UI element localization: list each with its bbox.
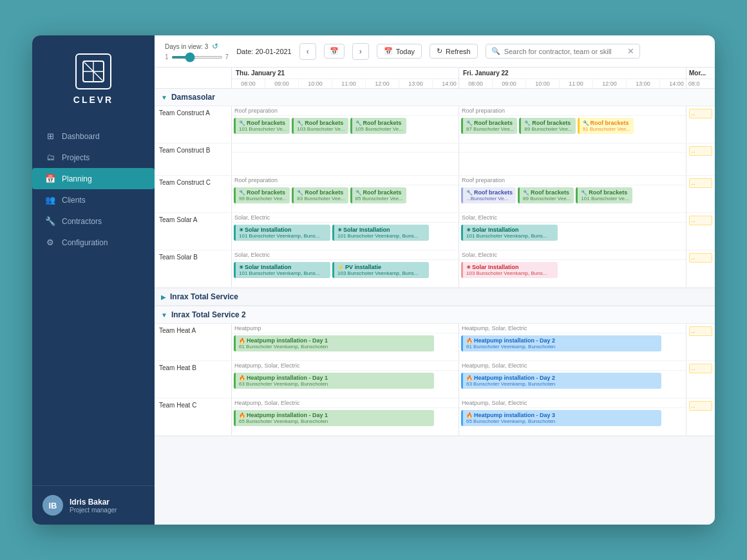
task-card[interactable]: 🔥Heatpump installation - Day 1 65 Bunsch…	[234, 410, 434, 426]
sidebar-item-dashboard[interactable]: ⊞ Dashboard	[32, 126, 155, 147]
hour-1100: 11:00	[332, 79, 366, 88]
heat-a-day2-tasks: 🔥Heatpump installation - Day 2 61 Bunsch…	[459, 333, 686, 353]
task-card[interactable]: 🔥Heatpump installation - Day 3 65 Bunsch…	[461, 410, 661, 426]
today-button[interactable]: 📅 Today	[377, 44, 422, 59]
task-card[interactable]: ☀Solar Installation 103 Bunschoter Veenk…	[461, 262, 558, 278]
avatar: IB	[43, 495, 63, 516]
logo-area: CLEVR	[32, 35, 155, 115]
slider-max: 7	[225, 53, 229, 61]
refresh-button[interactable]: ↻ Refresh	[430, 44, 478, 59]
heat-b-day1-tasks: 🔥Heatpump installation - Day 1 63 Bunsch…	[232, 371, 459, 391]
task-card[interactable]: 🔧Roof brackets ...Bunschoter Ve...	[461, 187, 516, 203]
search-icon: 🔍	[491, 47, 500, 55]
task-card[interactable]: ⚡PV installatie 103 Bunschoter Veenkamp,…	[332, 262, 429, 278]
task-card[interactable]: ☀Solar Installation 101 Bunschoter Veenk…	[461, 225, 558, 241]
toolbar: Days in view: 3 ↺ 1 7 Date: 20-01-2021 ‹…	[155, 35, 715, 68]
day1-hours: 08:00 09:00 10:00 11:00 12:00 13:00 14:0…	[232, 79, 459, 88]
search-clear-icon[interactable]: ✕	[627, 46, 634, 56]
slider-container: 1 7	[165, 53, 229, 61]
heat-c-day2: Heatpump, Solar, Electric 🔥Heatpump inst…	[459, 398, 686, 435]
days-label: Days in view: 3 ↺	[165, 42, 229, 51]
team-label-construct-b: Team Construct B	[155, 144, 232, 175]
project-inrax-collapsed: ▶ Inrax Total Service	[155, 288, 715, 306]
solar-a-day2: Solar, Electric ☀Solar Installation 101 …	[459, 213, 686, 250]
task-card[interactable]: ☀Solar Installation 101 Bunschoter Veenk…	[234, 225, 330, 241]
team-c-day2: Roof preparation 🔧Roof brackets ...Bunsc…	[459, 176, 686, 212]
task-card[interactable]: ☀Solar Installation 101 Bunschoter Veenk…	[332, 225, 429, 241]
prev-button[interactable]: ‹	[299, 43, 316, 60]
heat-b-day1: Heatpump, Solar, Electric 🔥Heatpump inst…	[232, 361, 459, 398]
task-card[interactable]: 🔧Roof brackets 89 Bunschoter Vee...	[519, 118, 575, 134]
calendar-button[interactable]: 📅	[324, 44, 345, 59]
team-row-construct-c: Team Construct C Roof preparation 🔧Roof …	[155, 176, 715, 213]
header-day1: Thu. January 21 08:00 09:00 10:00 11:00 …	[232, 68, 459, 88]
sidebar-item-planning[interactable]: 📅 Planning	[32, 168, 155, 189]
team-c-day1: Roof preparation 🔧Roof brackets 99 Bunsc…	[232, 176, 459, 212]
sidebar-item-configuration[interactable]: ⚙ Configuration	[32, 232, 155, 253]
solar-b-day2: Solar, Electric ☀Solar Installation 103 …	[459, 250, 686, 287]
project-damsasolar-header[interactable]: ▼ Damsasolar	[155, 89, 715, 106]
hour-1400: 14:00	[433, 79, 459, 88]
team-row-heat-a: Team Heat A Heatpump 🔥Heatpump installat…	[155, 324, 715, 361]
hour-1200: 12:00	[366, 79, 399, 88]
task-card[interactable]: 🔥Heatpump installation - Day 1 63 Bunsch…	[234, 373, 434, 389]
sidebar-item-projects[interactable]: 🗂 Projects	[32, 147, 155, 168]
task-card[interactable]: 🔧Roof brackets 105 Bunschoter Ve...	[350, 118, 406, 134]
task-card[interactable]: 🔧Roof brackets 99 Bunschoter Vee...	[234, 187, 290, 203]
solar-a-day1: Solar, Electric ☀Solar Installation 101 …	[232, 213, 459, 250]
task-card[interactable]: 🔧Roof brackets 101 Bunschoter Ve...	[576, 187, 632, 203]
days-control: Days in view: 3 ↺ 1 7	[165, 42, 229, 61]
heat-c-day1-tasks: 🔥Heatpump installation - Day 1 65 Bunsch…	[232, 408, 459, 428]
user-name: Idris Bakar	[70, 498, 117, 507]
heat-c-day2-tasks: 🔥Heatpump installation - Day 3 65 Bunsch…	[459, 408, 686, 428]
solar-b-more: ...	[686, 250, 715, 287]
sidebar-item-clients[interactable]: 👥 Clients	[32, 189, 155, 210]
projects-icon: 🗂	[45, 153, 55, 162]
solar-b-day1-tasks: ☀Solar Installation 101 Bunschoter Veenk…	[232, 260, 459, 280]
logo-box	[75, 53, 111, 89]
user-profile: IB Idris Bakar Project manager	[32, 485, 155, 525]
date-display: Date: 20-01-2021	[236, 48, 292, 55]
time-header: Thu. January 21 08:00 09:00 10:00 11:00 …	[155, 68, 715, 89]
clients-icon: 👥	[45, 195, 55, 205]
search-input[interactable]	[504, 48, 623, 55]
team-c-day1-tasks: 🔧Roof brackets 99 Bunschoter Vee... 🔧Roo…	[232, 185, 459, 205]
task-card[interactable]: 🔧Roof brackets 87 Bunschoter Vee...	[461, 118, 517, 134]
header-day2: Fri. January 22 08:00 09:00 10:00 11:00 …	[459, 68, 686, 88]
task-card[interactable]: 🔥Heatpump installation - Day 2 61 Bunsch…	[461, 335, 661, 351]
heat-c-more: ...	[686, 398, 715, 435]
days-slider[interactable]	[171, 56, 223, 59]
next-button[interactable]: ›	[352, 43, 369, 60]
task-card[interactable]: 🔧Roof brackets 103 Bunschoter Ve...	[292, 118, 348, 134]
task-card[interactable]: 🔥Heatpump installation - Day 2 63 Bunsch…	[461, 373, 661, 389]
task-card[interactable]: 🔥Heatpump installation - Day 1 61 Bunsch…	[234, 335, 434, 351]
sidebar-item-contractors[interactable]: 🔧 Contractors	[32, 210, 155, 232]
task-card[interactable]: 🔧Roof brackets 83 Bunschoter Vee...	[292, 187, 348, 203]
heat-a-day1-tasks: 🔥Heatpump installation - Day 1 61 Bunsch…	[232, 333, 459, 353]
team-label-heat-b: Team Heat B	[155, 361, 232, 398]
team-a-day2-tasks: 🔧Roof brackets 87 Bunschoter Vee... 🔧Roo…	[459, 116, 686, 136]
solar-b-day1: Solar, Electric ☀Solar Installation 101 …	[232, 250, 459, 287]
project-inrax-expanded-header[interactable]: ▼ Inrax Total Service 2	[155, 306, 715, 324]
heat-a-day2: Heatpump, Solar, Electric 🔥Heatpump inst…	[459, 324, 686, 360]
team-b-day1	[232, 144, 459, 175]
task-card[interactable]: 🔧Roof brackets 85 Bunschoter Vee...	[350, 187, 406, 203]
toggle-damsasolar: ▼	[161, 94, 167, 101]
team-row-heat-c: Team Heat C Heatpump, Solar, Electric 🔥H…	[155, 398, 715, 436]
hour-1300: 13:00	[399, 79, 433, 88]
header-more: Mor... 08:0	[686, 68, 715, 88]
heat-a-more: ...	[686, 324, 715, 360]
task-card[interactable]: ☀Solar Installation 101 Bunschoter Veenk…	[234, 262, 330, 278]
header-label-spacer	[155, 68, 232, 88]
team-row-solar-a: Team Solar A Solar, Electric ☀Solar Inst…	[155, 213, 715, 250]
task-card[interactable]: 🔧Roof brackets 101 Bunschoter Ve...	[234, 118, 290, 134]
config-icon: ⚙	[45, 238, 55, 247]
sidebar-label-clients: Clients	[62, 196, 86, 205]
project-inrax-collapsed-header[interactable]: ▶ Inrax Total Service	[155, 288, 715, 306]
task-card[interactable]: 🔧Roof brackets 89 Bunschoter Vee...	[518, 187, 574, 203]
toggle-inrax-expanded: ▼	[161, 312, 167, 319]
logo-icon	[82, 60, 105, 83]
task-card[interactable]: 🔧Roof brackets 91 Bunschoter Vee...	[578, 118, 634, 134]
reset-days-icon[interactable]: ↺	[212, 42, 218, 51]
hour-1000: 10:00	[299, 79, 332, 88]
